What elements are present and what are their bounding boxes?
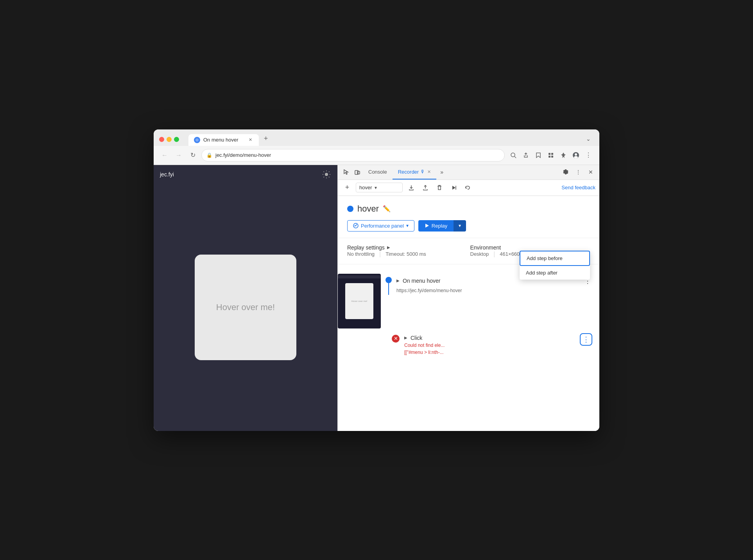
step-title-row-1: ▶ Click	[404, 335, 593, 341]
step-expand-icon-0[interactable]: ▶	[396, 278, 400, 283]
performance-panel-chevron-icon: ▾	[406, 223, 409, 228]
add-step-before-label: Add step before	[527, 255, 563, 261]
maximize-button[interactable]	[174, 137, 179, 142]
svg-line-2	[515, 156, 516, 158]
traffic-lights	[159, 137, 179, 142]
close-devtools-icon[interactable]: ✕	[585, 167, 596, 178]
step-item-1: ✕ ▶ Click Could not find ele... [["#menu…	[338, 332, 599, 358]
delete-recording-button[interactable]	[434, 182, 445, 193]
replay-settings-info: No throttling | Timeout: 5000 ms	[347, 251, 467, 258]
close-button[interactable]	[159, 137, 164, 142]
device-toolbar-icon[interactable]	[352, 167, 363, 178]
step-connector-1: ✕	[392, 335, 400, 343]
step-node-0	[385, 277, 392, 283]
step-line-0	[388, 283, 389, 295]
minimize-button[interactable]	[167, 137, 172, 142]
more-options-icon[interactable]: ⋮	[573, 167, 584, 178]
more-tabs-icon[interactable]: »	[436, 167, 447, 178]
add-recording-button[interactable]: +	[342, 182, 353, 193]
element-picker-icon[interactable]	[341, 167, 352, 178]
address-bar: ← → ↻ 🔒 jec.fyi/demo/menu-hover	[154, 146, 599, 165]
environment-title: Environment	[470, 244, 590, 251]
profile-icon[interactable]	[570, 150, 581, 161]
step-expand-icon-1[interactable]: ▶	[404, 336, 407, 340]
replay-settings-title: Replay settings	[347, 244, 385, 251]
recording-header: hover ✏️ Performance panel ▾ Replay	[338, 196, 599, 238]
context-menu-add-step-before[interactable]: Add step before	[520, 251, 590, 266]
extensions-icon[interactable]	[545, 150, 556, 161]
pin-icon[interactable]	[558, 150, 569, 161]
devtools-settings-row: ⋮ ✕	[560, 167, 596, 178]
recording-name: hover	[359, 185, 372, 190]
devtools-panel: Console Recorder 🎙 ✕ » ⋮ ✕	[337, 165, 599, 431]
webpage-header: jec.fyi	[154, 165, 337, 184]
edit-recording-name-icon[interactable]: ✏️	[383, 205, 391, 212]
performance-panel-button[interactable]: Performance panel ▾	[347, 220, 414, 232]
timeout-info: Timeout: 5000 ms	[385, 251, 426, 257]
tab-list-chevron-icon[interactable]: ⌄	[583, 133, 594, 144]
svg-rect-6	[551, 156, 553, 158]
devtools-toolbar: + hover ▾	[338, 180, 599, 196]
replay-button[interactable]: Replay	[418, 220, 454, 232]
forward-button[interactable]: →	[173, 150, 184, 161]
tab-console[interactable]: Console	[363, 165, 393, 179]
context-menu: Add step before Add step after	[520, 251, 590, 280]
step-title-0: On menu hover	[403, 278, 441, 284]
back-button[interactable]: ←	[159, 150, 170, 161]
recording-title: hover	[357, 204, 379, 214]
recording-status-dot	[347, 206, 353, 212]
theme-toggle-icon[interactable]	[322, 170, 331, 179]
bookmark-icon[interactable]	[533, 150, 544, 161]
more-button[interactable]: ⋮	[583, 150, 594, 161]
hover-box-text: Hover over me!	[216, 302, 275, 312]
add-step-after-label: Add step after	[526, 270, 558, 276]
step-item-0: Hover over me! ▶ On menu hover ⋮	[338, 271, 599, 332]
step-url-0: https://jec.fyi/demo/menu-hover	[396, 288, 593, 293]
import-recording-button[interactable]	[420, 182, 431, 193]
performance-panel-label: Performance panel	[361, 223, 404, 229]
undo-button[interactable]	[462, 182, 473, 193]
step-error-node: ✕	[392, 335, 400, 343]
security-lock-icon: 🔒	[206, 153, 212, 158]
url-bar[interactable]: 🔒 jec.fyi/demo/menu-hover	[201, 149, 505, 162]
settings-gear-icon[interactable]	[560, 167, 571, 178]
tab-title: On menu hover	[203, 137, 244, 143]
main-content: jec.fyi Hover over me!	[154, 165, 599, 431]
browser-window: On menu hover ✕ + ⌄ ← → ↻ 🔒 jec.fyi/demo…	[154, 129, 599, 431]
replay-button-label: Replay	[432, 223, 447, 229]
send-feedback-link[interactable]: Send feedback	[561, 185, 595, 190]
export-recording-button[interactable]	[406, 182, 417, 193]
search-icon[interactable]	[508, 150, 519, 161]
step-more-button-highlighted[interactable]: ⋮	[580, 333, 592, 346]
desktop-info: Desktop	[470, 251, 489, 257]
replay-settings-group: Replay settings ▶ No throttling | Timeou…	[347, 244, 467, 258]
new-tab-button[interactable]: +	[260, 133, 271, 144]
share-icon[interactable]	[520, 150, 531, 161]
svg-rect-4	[551, 153, 553, 155]
recording-selector[interactable]: hover ▾	[356, 183, 403, 192]
webpage-panel: jec.fyi Hover over me!	[154, 165, 337, 431]
reload-button[interactable]: ↻	[187, 150, 198, 161]
hover-demo-box[interactable]: Hover over me!	[195, 255, 296, 360]
step-details-1: ▶ Click Could not find ele... [["#menu >…	[404, 335, 593, 355]
tab-favicon	[194, 137, 200, 143]
title-bar: On menu hover ✕ + ⌄	[154, 129, 599, 146]
context-menu-add-step-after[interactable]: Add step after	[520, 266, 590, 280]
recording-name-row: hover ✏️	[347, 204, 590, 214]
replay-dropdown-button[interactable]: ▾	[454, 220, 466, 232]
devtools-tab-bar: Console Recorder 🎙 ✕ » ⋮ ✕	[338, 165, 599, 180]
devtools-content: hover ✏️ Performance panel ▾ Replay	[338, 196, 599, 431]
tab-recorder[interactable]: Recorder 🎙 ✕	[393, 165, 436, 179]
svg-rect-3	[549, 153, 550, 155]
tab-recorder-label: Recorder	[398, 169, 419, 175]
replay-settings-toggle[interactable]: Replay settings ▶	[347, 244, 467, 251]
tab-recorder-close[interactable]: ✕	[427, 169, 431, 174]
active-tab[interactable]: On menu hover ✕	[188, 134, 259, 146]
webpage-title: jec.fyi	[160, 171, 174, 178]
replay-settings-arrow-icon: ▶	[387, 245, 390, 249]
thumbnail-inner: Hover over me!	[345, 283, 373, 319]
tab-close-button[interactable]: ✕	[247, 137, 253, 143]
step-connector-0	[385, 274, 392, 295]
play-step-button[interactable]	[448, 182, 459, 193]
env-divider: |	[493, 251, 495, 258]
